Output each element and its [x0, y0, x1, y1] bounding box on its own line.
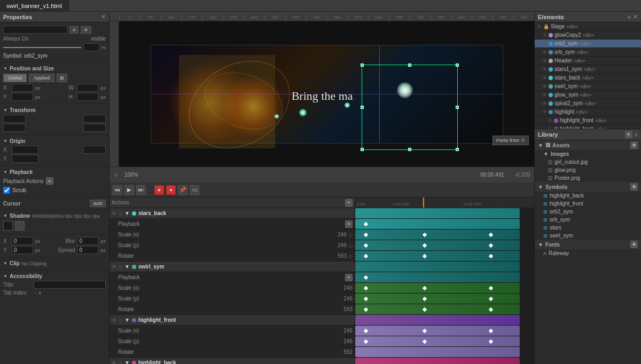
- spiral2-eye[interactable]: 👁: [542, 101, 547, 106]
- handle-bl[interactable]: [361, 148, 364, 151]
- swirl-eye[interactable]: 👁: [112, 264, 116, 270]
- playhead[interactable]: [423, 197, 424, 208]
- el-highlight[interactable]: 👁 highlight <div>: [535, 108, 641, 116]
- close-icon[interactable]: ✕: [101, 13, 106, 20]
- scrub-checkbox[interactable]: [3, 187, 10, 194]
- lib-poster-png[interactable]: 🖼 Poster.png: [535, 174, 641, 182]
- opacity-slider[interactable]: [3, 47, 81, 48]
- el-header[interactable]: 👁 Header <div>: [535, 57, 641, 65]
- properties-menu-btn[interactable]: ≡: [69, 26, 79, 34]
- el-stage[interactable]: 👁 🔒 Stage <div>: [535, 22, 641, 31]
- tab-main[interactable]: swirl_banner_v1.html: [0, 0, 69, 11]
- hl-front-el-eye[interactable]: 👁: [548, 118, 552, 123]
- lib-symbols-header[interactable]: ▼ Symbols +: [535, 182, 641, 192]
- hl-front-expand[interactable]: ▼: [124, 317, 130, 323]
- tl-forward-btn[interactable]: ⏭: [136, 185, 146, 195]
- track-stars-back-header[interactable]: 👁 ◇ ▼ stars_back: [110, 208, 355, 219]
- el-orb-sym[interactable]: 👁 orb_sym <div>: [535, 48, 641, 57]
- swirl-add-btn[interactable]: +: [345, 274, 353, 281]
- blur-input[interactable]: [77, 237, 98, 245]
- lib-fonts-header[interactable]: ▼ Fonts +: [535, 240, 641, 249]
- track-highlight-front-header[interactable]: 👁 ◇ ▼ highlight_front: [110, 315, 355, 326]
- w-input[interactable]: 150: [77, 84, 98, 92]
- hl-back-eye[interactable]: 👁: [112, 360, 116, 365]
- position-settings-btn[interactable]: ⊞: [57, 74, 67, 82]
- swirl-lock[interactable]: ◇: [119, 264, 122, 270]
- track-swirl-sym-header[interactable]: 👁 ◇ ▼ swirl_sym: [110, 262, 355, 272]
- lib-glow-png[interactable]: 🖼 glow.png: [535, 166, 641, 174]
- swirl-expand[interactable]: ▼: [124, 264, 130, 270]
- transform-header[interactable]: ▼ Transform: [3, 106, 106, 114]
- stage-canvas[interactable]: Bring the ma: [119, 21, 534, 167]
- header-eye[interactable]: 👁: [542, 58, 547, 64]
- tl-record2-btn[interactable]: ●: [166, 185, 176, 195]
- stars-back-eye[interactable]: 👁: [112, 211, 116, 216]
- handle-bm[interactable]: [408, 148, 411, 151]
- orb-eye[interactable]: 👁: [542, 50, 547, 55]
- shadow-header[interactable]: ▼ Shadow #000000(65%) 0px 0px 0px 0px: [3, 212, 106, 220]
- x-input[interactable]: 725: [12, 84, 33, 92]
- elements-menu-icon[interactable]: ≡: [628, 14, 631, 20]
- shadow-color-picker[interactable]: [3, 221, 13, 231]
- scaleX-input[interactable]: 100%: [3, 115, 26, 123]
- el-glowcopy2[interactable]: 👁 glowCopy2 <div>: [535, 31, 641, 39]
- library-menu-icon[interactable]: ≡: [635, 131, 638, 138]
- handle-tl[interactable]: [361, 64, 364, 67]
- lib-assets-header[interactable]: ▼ 🖼 Assets +: [535, 140, 641, 150]
- properties-close-btn[interactable]: ✕: [81, 26, 91, 34]
- spread-input[interactable]: [77, 246, 98, 254]
- el-stars-back[interactable]: 👁 stars_back <div>: [535, 74, 641, 82]
- orb2-eye[interactable]: 👁: [542, 41, 547, 46]
- lib-highlight-front[interactable]: ⊞ highlight_front: [535, 200, 641, 208]
- origin-header[interactable]: ▼ Origin: [3, 137, 106, 145]
- el-swirl-sym[interactable]: 👁 swirl_sym <div>: [535, 82, 641, 91]
- h-input[interactable]: 150: [77, 93, 98, 101]
- el-spiral2[interactable]: 👁 spiral2_sym <div>: [535, 99, 641, 108]
- tl-back-btn[interactable]: ⏮: [113, 185, 122, 195]
- swirl-el-eye[interactable]: 👁: [542, 84, 547, 89]
- el-hl-front[interactable]: 👁 highlight_front <div>: [535, 116, 641, 125]
- library-add-btn[interactable]: +: [625, 131, 632, 138]
- lib-girl-cutout[interactable]: 🖼 girl_cutout.jpg: [535, 158, 641, 166]
- lib-highlight-back[interactable]: ⊞ highlight_back: [535, 192, 641, 200]
- assets-add-btn[interactable]: +: [630, 141, 638, 149]
- scaleY-input[interactable]: 100%: [3, 124, 26, 132]
- tl-record-btn[interactable]: ●: [154, 185, 164, 195]
- playback-actions-add-btn[interactable]: +: [46, 177, 53, 185]
- applied-tab[interactable]: Applied: [29, 74, 54, 82]
- opacity-input[interactable]: 100: [83, 43, 99, 51]
- accessibility-header[interactable]: ▼ Accessibility: [3, 272, 106, 280]
- handle-mr[interactable]: [456, 106, 459, 109]
- track-highlight-back-header[interactable]: 👁 ◇ ▼ highlight_back: [110, 358, 355, 364]
- hl-back-expand[interactable]: ▼: [124, 360, 130, 364]
- lib-swirl-sym[interactable]: ⊞ swirl_sym: [535, 232, 641, 240]
- lib-orb2-sym[interactable]: ⊞ orb2_sym: [535, 208, 641, 216]
- hl-front-lock[interactable]: ◇: [119, 318, 122, 323]
- lib-orb-sym[interactable]: ⊞ orb_sym: [535, 216, 641, 224]
- shadow-add-btn[interactable]: [15, 221, 25, 231]
- tl-easing-btn[interactable]: ▭: [190, 185, 199, 195]
- elements-close-icon[interactable]: ✕: [633, 13, 638, 20]
- stage-eye[interactable]: 👁: [537, 24, 542, 29]
- fonts-btn[interactable]: Fonts from ⊙: [493, 136, 529, 145]
- add-playback-btn[interactable]: +: [345, 220, 353, 228]
- glow-sym-eye[interactable]: 👁: [542, 92, 547, 98]
- el-hl-back[interactable]: 👁 highlight_back <div>: [535, 125, 641, 129]
- tl-play-btn[interactable]: ▶: [124, 185, 134, 195]
- fonts-add-btn[interactable]: +: [630, 241, 638, 248]
- add-action-btn[interactable]: +: [345, 199, 353, 207]
- lib-images-header[interactable]: ▼ Images: [535, 150, 641, 158]
- shadow-x-input[interactable]: [12, 237, 33, 245]
- handle-ml[interactable]: [361, 106, 364, 109]
- el-orb2-sym[interactable]: 👁 orb2_sym <div>: [535, 39, 641, 48]
- glow-eye[interactable]: 👁: [542, 33, 547, 38]
- origin-y-input[interactable]: 50.00%: [12, 155, 38, 163]
- origin-x-input[interactable]: 50.00%: [12, 146, 38, 154]
- stars-back-lock[interactable]: ◇: [119, 211, 122, 216]
- playback-header[interactable]: ▼ Playback: [3, 168, 106, 176]
- acc-title-input[interactable]: [34, 281, 106, 289]
- handle-br[interactable]: [456, 148, 459, 151]
- shadow-y-input[interactable]: [12, 246, 33, 254]
- starsback-eye[interactable]: 👁: [542, 75, 547, 81]
- el-glow-sym[interactable]: 👁 glow_sym <div>: [535, 91, 641, 99]
